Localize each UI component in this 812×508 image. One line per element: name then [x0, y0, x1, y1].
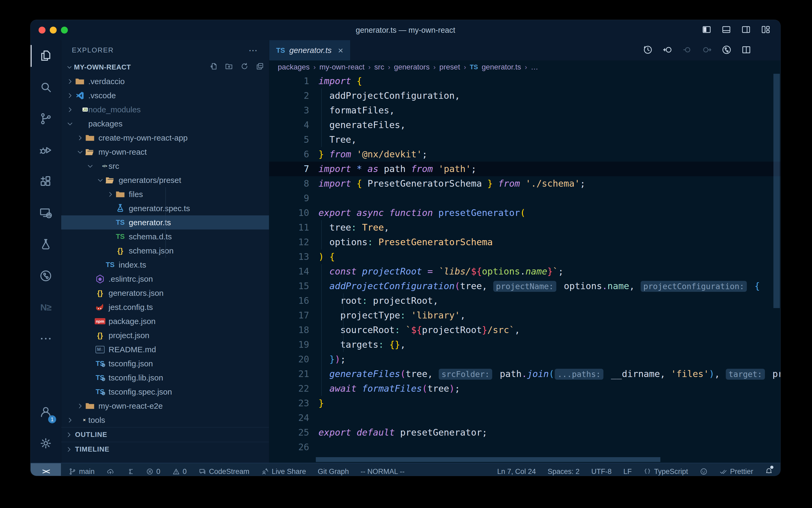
status-spaces-2[interactable]: Spaces: 2: [547, 468, 579, 476]
code-line-21[interactable]: 21 generateFiles(tree, srcFolder: path.j…: [269, 367, 780, 381]
status-typescript[interactable]: TypeScript: [643, 468, 688, 476]
line-number[interactable]: 9: [269, 191, 319, 206]
activity-item-testing[interactable]: [31, 229, 61, 260]
line-number[interactable]: 1: [269, 74, 319, 88]
tree-item-generator.ts[interactable]: TSgenerator.ts: [61, 215, 269, 229]
status-git-graph[interactable]: Git Graph: [318, 468, 349, 476]
breadcrumb-file[interactable]: generator.ts: [482, 63, 521, 71]
activity-item-run-debug[interactable]: [31, 134, 61, 166]
code-line-2[interactable]: 2 addProjectConfiguration,: [269, 88, 780, 103]
layout-sidebar-button[interactable]: [702, 25, 712, 36]
ellipsis-icon[interactable]: ⋯: [248, 45, 258, 56]
line-number[interactable]: 21: [269, 367, 319, 381]
activity-item-explorer[interactable]: [31, 40, 61, 72]
code-line-10[interactable]: 10export async function presetGenerator(: [269, 206, 780, 220]
activity-item-settings[interactable]: [31, 428, 61, 459]
nav-back-button[interactable]: [662, 44, 673, 56]
line-number[interactable]: 19: [269, 337, 319, 352]
code-line-22[interactable]: 22 await formatFiles(tree);: [269, 381, 780, 396]
refresh-button[interactable]: [240, 62, 249, 73]
tree-item-README.md[interactable]: M↓README.md: [61, 342, 269, 356]
status-0[interactable]: 0: [172, 468, 187, 476]
code-line-11[interactable]: 11 tree: Tree,: [269, 220, 780, 235]
nav-dot-button[interactable]: [682, 44, 692, 56]
layout-sidebar-right-button[interactable]: [741, 25, 751, 36]
activity-item-account[interactable]: 1: [31, 396, 61, 428]
code-line-19[interactable]: 19 targets: {},: [269, 337, 780, 352]
status-prettier[interactable]: Prettier: [719, 468, 753, 476]
tree-item-index.ts[interactable]: TSindex.ts: [61, 258, 269, 272]
status-normal[interactable]: -- NORMAL --: [361, 468, 404, 476]
code-line-7[interactable]: 7import * as path from 'path';: [269, 162, 780, 176]
status-main[interactable]: main: [68, 468, 95, 476]
tree-item-my-own-react-e2e[interactable]: my-own-react-e2e: [61, 399, 269, 413]
code-line-15[interactable]: 15 addProjectConfiguration(tree, project…: [269, 279, 780, 293]
breadcrumb-item[interactable]: preset: [439, 63, 460, 71]
tree-item-project.json[interactable]: {}project.json: [61, 328, 269, 342]
tree-item-files[interactable]: files: [61, 187, 269, 201]
breadcrumb-item[interactable]: src: [374, 63, 384, 71]
tree-item-package.json[interactable]: npmpackage.json: [61, 314, 269, 328]
line-number[interactable]: 14: [269, 264, 319, 279]
layout-grid-button[interactable]: [761, 25, 771, 36]
tree-item-schema.d.ts[interactable]: TSschema.d.ts: [61, 229, 269, 244]
line-number[interactable]: 7: [269, 162, 319, 176]
status-live-share[interactable]: Live Share: [261, 468, 306, 476]
code-line-16[interactable]: 16 root: projectRoot,: [269, 293, 780, 308]
tree-item-.vscode[interactable]: .vscode: [61, 88, 269, 102]
code-line-26[interactable]: 26: [269, 440, 780, 455]
code-line-24[interactable]: 24: [269, 411, 780, 425]
line-number[interactable]: 23: [269, 396, 319, 411]
status-git-commit[interactable]: [126, 468, 134, 475]
layout-panel-button[interactable]: [721, 25, 731, 36]
tree-item-node-modules[interactable]: JSnode_modules: [61, 102, 269, 117]
line-number[interactable]: 22: [269, 381, 319, 396]
activity-item-search[interactable]: [31, 72, 61, 103]
remote-indicator[interactable]: ><: [31, 463, 61, 476]
split-editor-button[interactable]: [741, 44, 752, 56]
timeline-section[interactable]: TIMELINE: [61, 442, 269, 456]
line-number[interactable]: 18: [269, 323, 319, 337]
tree-item-generators-preset[interactable]: generators/preset: [61, 173, 269, 187]
tree-item-tools[interactable]: ×tools: [61, 413, 269, 427]
status-bell[interactable]: [765, 467, 773, 476]
line-number[interactable]: 11: [269, 220, 319, 235]
history-button[interactable]: [642, 44, 653, 56]
status-0[interactable]: 0: [146, 468, 160, 476]
outline-section[interactable]: OUTLINE: [61, 427, 269, 442]
tree-item-generator.spec.ts[interactable]: generator.spec.ts: [61, 201, 269, 215]
code-line-8[interactable]: 8import { PresetGeneratorSchema } from '…: [269, 176, 780, 191]
line-number[interactable]: 10: [269, 206, 319, 220]
tree-item-my-own-react[interactable]: my-own-react: [61, 145, 269, 159]
line-number[interactable]: 12: [269, 235, 319, 250]
project-section-header[interactable]: MY-OWN-REACT: [61, 60, 269, 74]
code-line-23[interactable]: 23}: [269, 396, 780, 411]
more-actions-button[interactable]: [761, 44, 771, 56]
code-line-20[interactable]: 20 });: [269, 352, 780, 367]
code-line-25[interactable]: 25export default presetGenerator;: [269, 425, 780, 440]
line-number[interactable]: 13: [269, 250, 319, 264]
breadcrumb-item[interactable]: generators: [394, 63, 430, 71]
code-line-9[interactable]: 9: [269, 191, 780, 206]
code-line-6[interactable]: 6} from '@nx/devkit';: [269, 147, 780, 162]
code-line-18[interactable]: 18 sourceRoot: `${projectRoot}/src`,: [269, 323, 780, 337]
open-changes-button[interactable]: [721, 44, 732, 56]
activity-item-git-graph[interactable]: [31, 260, 61, 292]
tree-item-generators.json[interactable]: {}generators.json: [61, 286, 269, 300]
line-number[interactable]: 24: [269, 411, 319, 425]
line-number[interactable]: 4: [269, 118, 319, 132]
tree-item-.eslintrc.json[interactable]: .eslintrc.json: [61, 272, 269, 286]
code-line-5[interactable]: 5 Tree,: [269, 132, 780, 147]
new-file-button[interactable]: [209, 62, 218, 73]
activity-item-source-control[interactable]: [31, 103, 61, 134]
tree-item-.verdaccio[interactable]: .verdaccio: [61, 74, 269, 88]
tree-item-tsconfig.json[interactable]: TS⚙tsconfig.json: [61, 356, 269, 371]
code-line-1[interactable]: 1import {: [269, 74, 780, 88]
code-line-12[interactable]: 12 options: PresetGeneratorSchema: [269, 235, 780, 250]
tree-item-create-my-own-react-app[interactable]: create-my-own-react-app: [61, 131, 269, 145]
line-number[interactable]: 16: [269, 293, 319, 308]
line-number[interactable]: 5: [269, 132, 319, 147]
tree-item-tsconfig.lib.json[interactable]: TS⚙tsconfig.lib.json: [61, 371, 269, 385]
code-line-13[interactable]: 13) {: [269, 250, 780, 264]
horizontal-scrollbar[interactable]: [316, 457, 660, 462]
